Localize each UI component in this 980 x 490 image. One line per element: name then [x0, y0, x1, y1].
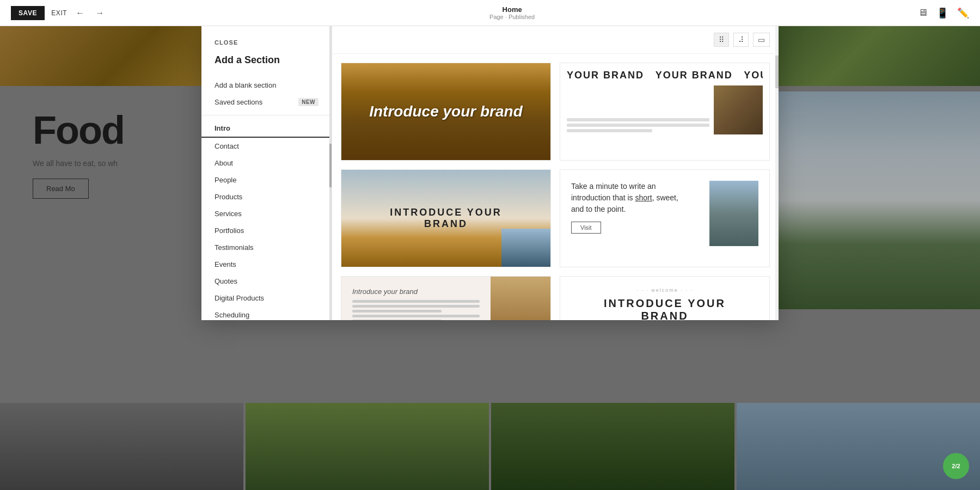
template-card-5[interactable]: Introduce your brand — [341, 276, 551, 320]
top-bar-left: SAVE EXIT ← → — [11, 6, 106, 20]
sidebar-item-products[interactable]: Products — [201, 188, 332, 205]
card-2-line-1 — [567, 118, 709, 121]
top-bar-center: Home Page · Published — [489, 5, 535, 20]
close-button[interactable]: CLOSE — [201, 39, 251, 54]
card-3-image — [501, 229, 550, 267]
page-status: Page · Published — [489, 14, 535, 20]
card-2-line-3 — [567, 129, 652, 132]
grid-view-large-button[interactable]: ⠼ — [733, 33, 749, 47]
new-badge: NEW — [298, 98, 318, 106]
counter-badge[interactable]: 2/2 — [943, 453, 969, 479]
modal-scrollbar[interactable] — [775, 26, 779, 320]
sidebar-item-blank[interactable]: Add a blank section — [201, 77, 332, 94]
card-2-marquee: YOUR BRAND YOUR BRAND YOUR B — [567, 70, 763, 81]
card-5-line-3 — [352, 310, 442, 313]
redo-button[interactable]: → — [93, 6, 106, 20]
card-6-title: INTRODUCE YOURBRAND — [571, 297, 758, 320]
sidebar-item-about[interactable]: About — [201, 155, 332, 171]
template-card-1[interactable]: Introduce your brand — [341, 63, 551, 161]
desktop-view-icon[interactable]: 🖥 — [918, 7, 928, 19]
modal-scrollbar-thumb — [775, 56, 779, 88]
sidebar-item-scheduling[interactable]: Scheduling — [201, 307, 332, 320]
card-5-right — [491, 277, 550, 320]
save-button[interactable]: SAVE — [11, 6, 45, 20]
card-5-line-4 — [352, 315, 480, 317]
sidebar-item-saved[interactable]: Saved sections NEW — [201, 94, 332, 111]
list-view-button[interactable]: ▭ — [753, 33, 770, 47]
template-card-3[interactable]: INTRODUCE YOURBRAND — [341, 169, 551, 267]
card-4-title: Take a minute to write anintroduction th… — [571, 181, 703, 215]
card-5-line-2 — [352, 305, 480, 308]
card-5-lines — [352, 300, 480, 320]
sidebar-item-quotes[interactable]: Quotes — [201, 273, 332, 290]
modal-title: Add a Section — [201, 54, 332, 77]
exit-button[interactable]: EXIT — [51, 9, 67, 17]
sidebar-item-digital[interactable]: Digital Products — [201, 290, 332, 307]
template-card-2[interactable]: YOUR BRAND YOUR BRAND YOUR B — [560, 63, 770, 161]
grid-view-small-button[interactable]: ⠿ — [714, 33, 729, 47]
add-section-modal: CLOSE Add a Section Add a blank section … — [201, 26, 779, 320]
sidebar-item-services[interactable]: Services — [201, 205, 332, 222]
top-bar: SAVE EXIT ← → Home Page · Published 🖥 📱 … — [0, 0, 980, 26]
sidebar-item-people[interactable]: People — [201, 171, 332, 188]
page-title: Home — [489, 5, 535, 14]
card-2-image — [714, 85, 763, 134]
undo-button[interactable]: ← — [74, 6, 87, 20]
cards-grid: Introduce your brand YOUR BRAND YOUR BRA… — [332, 54, 779, 320]
card-5-brand-text: Introduce your brand — [352, 287, 480, 296]
card-5-line-1 — [352, 300, 480, 303]
card-5-left: Introduce your brand — [341, 277, 491, 320]
sidebar-scrollbar[interactable] — [329, 26, 332, 320]
modal-main-header: ⠿ ⠼ ▭ — [332, 26, 779, 54]
card-4-button[interactable]: Visit — [571, 222, 601, 234]
template-card-6[interactable]: · · · welcome · · · INTRODUCE YOURBRAND … — [560, 276, 770, 320]
card-2-line-2 — [567, 124, 709, 127]
template-card-4[interactable]: Take a minute to write anintroduction th… — [560, 169, 770, 267]
sidebar-scrollbar-thumb — [329, 144, 332, 187]
card-2-bottom — [567, 85, 763, 134]
sidebar-item-contact[interactable]: Contact — [201, 138, 332, 155]
edit-icon[interactable]: ✏️ — [957, 7, 969, 19]
card-2-text-block — [567, 116, 709, 134]
card-3-title: INTRODUCE YOURBRAND — [390, 207, 502, 230]
card-4-image — [709, 181, 758, 246]
sidebar-item-testimonials[interactable]: Testimonials — [201, 239, 332, 256]
sidebar-item-portfolios[interactable]: Portfolios — [201, 222, 332, 239]
top-bar-right: 🖥 📱 ✏️ — [918, 7, 969, 19]
sidebar-divider — [201, 115, 332, 115]
sidebar-item-intro[interactable]: Intro — [201, 120, 332, 138]
tablet-view-icon[interactable]: 📱 — [936, 7, 948, 19]
modal-main: ⠿ ⠼ ▭ Introduce your brand YOUR BRAND YO… — [332, 26, 779, 320]
modal-sidebar: CLOSE Add a Section Add a blank section … — [201, 26, 332, 320]
card-5-line-5 — [352, 320, 442, 320]
card-4-text: Take a minute to write anintroduction th… — [571, 181, 703, 234]
card-1-title: Introduce your brand — [369, 103, 523, 120]
sidebar-item-events[interactable]: Events — [201, 256, 332, 273]
card-6-small-text: · · · welcome · · · — [571, 287, 758, 293]
